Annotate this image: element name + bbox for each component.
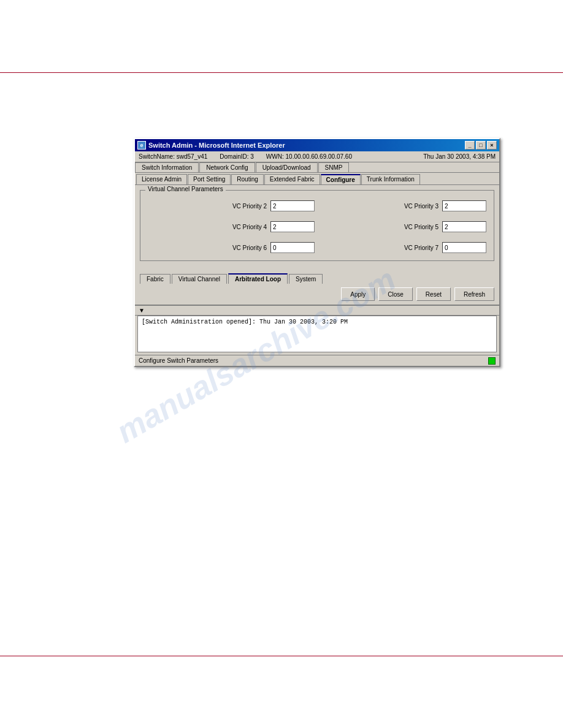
vc-priority-6-label: VC Priority 6: [224, 245, 267, 251]
window-status-bar: Configure Switch Parameters: [135, 355, 499, 366]
title-bar-left: e Switch Admin - Microsoft Internet Expl…: [137, 141, 285, 150]
content-area: Virtual Channel Parameters VC Priority 2…: [135, 185, 499, 271]
window-title: Switch Admin - Microsoft Internet Explor…: [148, 142, 285, 149]
vc-priority-5-row: VC Priority 5: [320, 221, 486, 232]
wwn: WWN: 10.00.00.60.69.00.07.60: [266, 153, 352, 160]
tab-arbitrated-loop[interactable]: Arbitrated Loop: [228, 273, 288, 284]
vc-priority-3-label: VC Priority 3: [396, 203, 439, 210]
vc-priority-3-input[interactable]: [442, 200, 486, 211]
tab-upload-download[interactable]: Upload/Download: [256, 162, 318, 172]
vc-priority-3-row: VC Priority 3: [320, 200, 486, 211]
divider-bottom: [0, 656, 563, 656]
timestamp: Thu Jan 30 2003, 4:38 PM: [423, 153, 496, 160]
vc-priority-6-input[interactable]: [270, 242, 315, 253]
tab-virtual-channel[interactable]: Virtual Channel: [172, 274, 227, 284]
vc-priority-6-row: VC Priority 6: [148, 242, 315, 253]
vc-priority-4-label: VC Priority 4: [224, 224, 267, 230]
console-arrow-icon: ▼: [139, 307, 145, 314]
divider-top: [0, 72, 563, 73]
vc-priority-7-input[interactable]: [442, 242, 486, 253]
title-bar-buttons: _ □ ×: [465, 141, 497, 150]
vc-grid: VC Priority 2 VC Priority 3 VC Priority …: [148, 200, 486, 253]
info-bar: SwitchName: swd57_v41 DomainID: 3 WWN: 1…: [135, 151, 499, 162]
sub-tab-port-setting[interactable]: Port Setting: [188, 174, 231, 184]
group-box-title: Virtual Channel Parameters: [145, 186, 226, 192]
sub-tab-configure[interactable]: Configure: [321, 174, 361, 184]
apply-button[interactable]: Apply: [341, 287, 375, 301]
main-nav-tabs: Switch Information Network Config Upload…: [135, 162, 499, 173]
app-icon: e: [137, 141, 146, 150]
status-indicator: [488, 357, 496, 365]
vc-priority-2-label: VC Priority 2: [224, 203, 267, 210]
vc-priority-4-row: VC Priority 4: [148, 221, 315, 232]
switch-name: SwitchName: swd57_v41: [139, 153, 207, 160]
tab-system[interactable]: System: [289, 274, 323, 284]
sub-tab-extended-fabric[interactable]: Extended Fabric: [264, 174, 320, 184]
vc-priority-7-label: VC Priority 7: [396, 245, 439, 251]
vc-priority-2-row: VC Priority 2: [148, 200, 315, 211]
sub-tab-license-admin[interactable]: License Admin: [136, 174, 187, 184]
action-row: Apply Close Reset Refresh: [135, 284, 499, 305]
domain-id: DomainID: 3: [220, 153, 254, 160]
main-window: e Switch Admin - Microsoft Internet Expl…: [134, 138, 500, 367]
window-status-text: Configure Switch Parameters: [139, 357, 218, 364]
console-header: ▼: [135, 305, 499, 316]
close-button[interactable]: ×: [487, 141, 497, 150]
vc-priority-2-input[interactable]: [270, 200, 315, 211]
sub-tab-trunk-information[interactable]: Trunk Information: [361, 174, 420, 184]
refresh-button[interactable]: Refresh: [454, 287, 494, 301]
reset-button[interactable]: Reset: [416, 287, 451, 301]
tab-network-config[interactable]: Network Config: [199, 162, 255, 172]
tab-fabric[interactable]: Fabric: [140, 274, 170, 284]
vc-priority-4-input[interactable]: [270, 221, 315, 232]
minimize-button[interactable]: _: [465, 141, 475, 150]
title-bar: e Switch Admin - Microsoft Internet Expl…: [135, 139, 499, 151]
console-body: [Switch Administration opened]: Thu Jan …: [137, 316, 497, 352]
vc-priority-5-label: VC Priority 5: [396, 224, 439, 230]
vc-parameters-group: Virtual Channel Parameters VC Priority 2…: [140, 190, 494, 261]
sub-nav-tabs: License Admin Port Setting Routing Exten…: [135, 173, 499, 185]
tab-switch-information[interactable]: Switch Information: [135, 162, 199, 172]
console-message: [Switch Administration opened]: Thu Jan …: [142, 319, 348, 325]
vc-priority-7-row: VC Priority 7: [320, 242, 486, 253]
maximize-button[interactable]: □: [476, 141, 486, 150]
tab-snmp[interactable]: SNMP: [318, 162, 350, 172]
close-button-action[interactable]: Close: [378, 287, 413, 301]
bottom-tabs: Fabric Virtual Channel Arbitrated Loop S…: [135, 271, 499, 284]
sub-tab-routing[interactable]: Routing: [231, 174, 263, 184]
vc-priority-5-input[interactable]: [442, 221, 486, 232]
